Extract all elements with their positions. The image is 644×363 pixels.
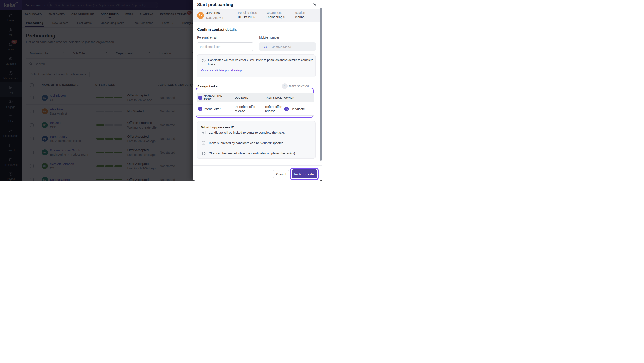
info-icon xyxy=(202,58,206,62)
invite-to-portal-button[interactable]: Invite to portal xyxy=(292,170,317,178)
task-owner: Candidate xyxy=(290,107,305,111)
task-column-name: NAME OF THE TASK xyxy=(204,94,235,102)
task-stage: Before offer release xyxy=(265,105,284,113)
arrow-portal-icon xyxy=(201,130,206,135)
meta-label: Location xyxy=(294,11,305,14)
candidate-summary: AK Alex Kina Data Analyst Pending since0… xyxy=(193,9,322,22)
check-icon xyxy=(199,108,202,110)
drawer-footer: Cancel Invite to portal xyxy=(193,165,322,181)
meta-value: Engineering >... xyxy=(266,15,288,19)
avatar: AK xyxy=(197,12,204,19)
candidate-meta-department: DepartmentEngineering >... xyxy=(266,11,288,19)
contact-section-heading: Confirm contact details xyxy=(197,28,236,32)
drawer-header: Start preboarding xyxy=(193,0,322,9)
email-label: Personal email xyxy=(197,36,217,39)
portal-setup-link[interactable]: Go to candidate portal setup xyxy=(201,68,242,72)
selected-count-label: tasks selected xyxy=(289,84,309,88)
meta-value: Chennai xyxy=(294,15,305,19)
doc-edit-icon xyxy=(201,151,206,156)
close-icon xyxy=(313,2,317,7)
candidate-meta-location: LocationChennai xyxy=(294,11,305,19)
what-next-item: Offer can be created while the candidate… xyxy=(201,151,295,156)
what-next-item: Candidate will be invited to portal to c… xyxy=(201,130,285,135)
task-table: NAME OF THE TASK DUE DATE TASK STAGE OWN… xyxy=(198,94,314,116)
task-table-header: NAME OF THE TASK DUE DATE TASK STAGE OWN… xyxy=(198,94,314,102)
email-placeholder: thrr@gmail.com xyxy=(200,45,221,48)
start-preboarding-drawer: Start preboarding AK Alex Kina Data Anal… xyxy=(193,0,322,181)
cancel-button[interactable]: Cancel xyxy=(273,170,289,178)
task-checkbox[interactable] xyxy=(198,107,202,111)
mobile-number-value: 34563453453 xyxy=(272,45,291,48)
person-icon xyxy=(285,107,288,111)
check-icon xyxy=(199,96,202,99)
mobile-field[interactable]: +91 34563453453 xyxy=(259,42,316,51)
task-row: Intent Letter2d Before offer releaseBefo… xyxy=(198,102,314,116)
candidate-name: Alex Kina xyxy=(206,11,220,15)
what-next-heading: What happens next? xyxy=(201,125,234,129)
what-next-text: Candidate will be invited to portal to c… xyxy=(208,131,285,134)
drawer-scrollbar[interactable] xyxy=(320,8,322,160)
checkbox-icon xyxy=(201,140,206,145)
country-code: +91 xyxy=(262,45,267,48)
what-next-text: Tasks submitted by candidate can be Veri… xyxy=(208,141,284,145)
task-column-stage: TASK STAGE xyxy=(265,96,284,100)
task-select-all-checkbox[interactable] xyxy=(198,96,202,100)
meta-label: Pending since xyxy=(238,11,257,14)
candidate-role: Data Analyst xyxy=(206,16,223,20)
meta-value: 01 Oct 2025 xyxy=(238,15,257,19)
email-field[interactable]: thrr@gmail.com xyxy=(197,42,253,51)
mobile-label: Mobile number xyxy=(259,36,279,39)
owner-avatar xyxy=(284,106,289,111)
task-column-owner: OWNER xyxy=(284,96,314,100)
close-button[interactable] xyxy=(312,2,317,7)
what-next-text: Offer can be created while the candidate… xyxy=(208,152,295,155)
invite-info-box: Candidates will receive email / SMS invi… xyxy=(197,54,316,77)
drawer-title: Start preboarding xyxy=(197,2,233,7)
task-column-due: DUE DATE xyxy=(235,96,265,100)
task-name: Intent Letter xyxy=(204,107,235,111)
what-next-item: Tasks submitted by candidate can be Veri… xyxy=(201,140,284,145)
invite-info-text: Candidates will receive email / SMS invi… xyxy=(208,58,314,66)
meta-label: Department xyxy=(266,11,288,14)
candidate-meta-pending-since: Pending since01 Oct 2025 xyxy=(238,11,257,19)
task-due-date: 2d Before offer release xyxy=(235,105,265,113)
what-happens-next-panel: What happens next? Candidate will be inv… xyxy=(197,121,316,159)
divider xyxy=(270,44,270,49)
